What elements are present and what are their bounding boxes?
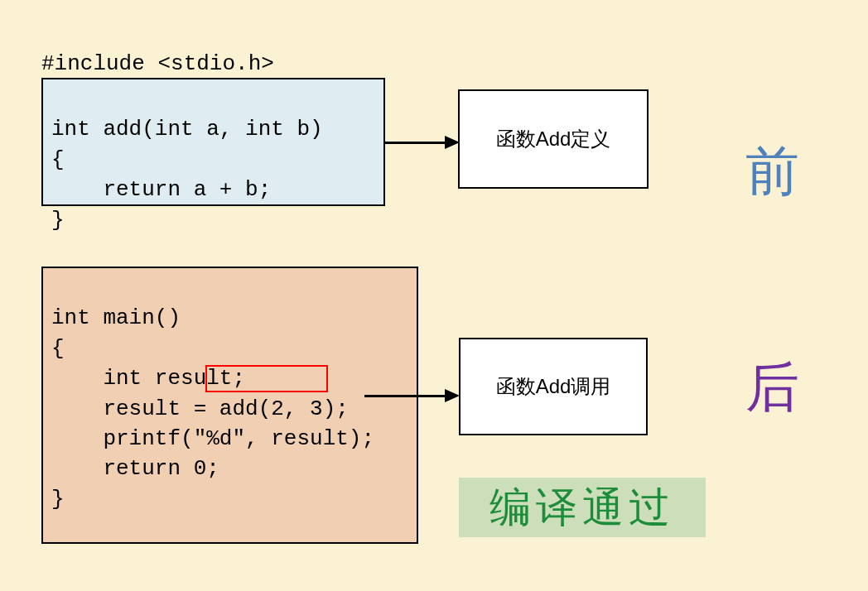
label-add-call: 函数Add调用 [459,338,648,435]
code-highlight-add-call: add(2, 3) [219,396,335,421]
arrow-line [385,142,451,144]
char-before: 前 [745,135,799,208]
code-line: } [51,487,65,512]
code-box-main: int main() { int result; result = add(2,… [41,267,418,544]
code-line: { [51,336,65,361]
code-line: { [51,147,65,172]
compile-pass-badge: 编译通过 [459,478,706,537]
code-line: int add(int a, int b) [51,117,323,142]
code-line: return a + b; [51,177,271,202]
arrow-line [364,395,451,397]
label-add-definition: 函数Add定义 [458,89,649,189]
arrow-to-call-label [364,396,458,397]
code-line: result = add(2, 3); [51,396,349,421]
code-line: printf("%d", result); [51,426,374,451]
char-after: 后 [745,351,799,424]
include-directive: #include <stdio.h> [41,51,274,76]
code-text: result = [51,396,219,421]
code-line: int main() [51,305,181,330]
code-line: int result; [51,366,245,391]
arrow-head-icon [445,389,460,402]
code-line: return 0; [51,456,219,481]
code-line: } [51,208,65,233]
arrow-to-definition-label [385,142,458,144]
code-box-add-definition: int add(int a, int b) { return a + b; } [41,78,385,206]
code-text: ; [335,396,349,421]
